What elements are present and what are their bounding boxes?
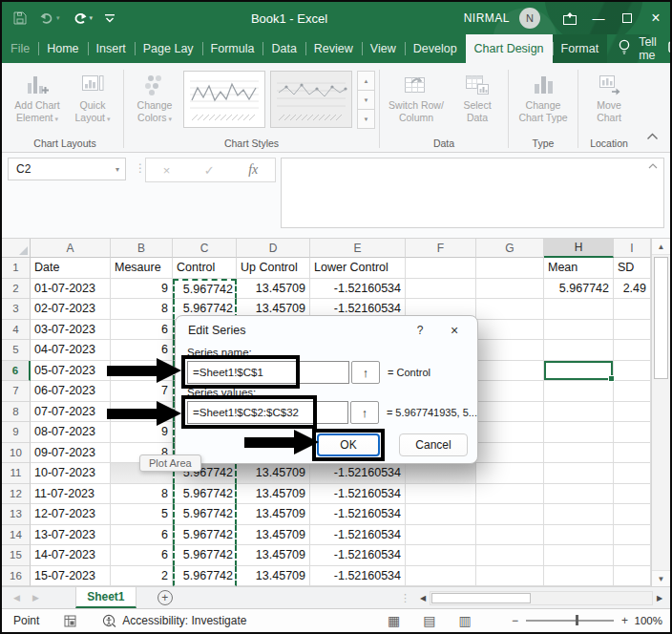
- cell-I14[interactable]: [614, 525, 651, 546]
- cell-F1[interactable]: [406, 258, 476, 279]
- formula-bar-collapse-icon[interactable]: [648, 161, 658, 171]
- switch-row-column-button[interactable]: Switch Row/ Column: [384, 68, 449, 123]
- change-colors-button[interactable]: Change Colors▾: [128, 68, 181, 123]
- redo-button[interactable]: ▾: [73, 12, 94, 25]
- select-all-corner[interactable]: [2, 239, 31, 258]
- row-header-3[interactable]: 3: [2, 299, 31, 320]
- scroll-left-icon[interactable]: ◀: [416, 594, 430, 602]
- cell-A16[interactable]: 15-07-2023: [31, 566, 111, 587]
- cell-E16[interactable]: -1.52160534: [310, 566, 406, 587]
- insert-function-icon[interactable]: fx: [248, 162, 258, 178]
- tab-home[interactable]: Home: [38, 34, 87, 63]
- minimize-button[interactable]: —: [584, 2, 613, 34]
- gallery-scroll-up-icon[interactable]: ▲: [357, 71, 375, 91]
- cell-B12[interactable]: 8: [111, 484, 173, 505]
- cell-H8[interactable]: [544, 402, 614, 423]
- cell-D11[interactable]: 13.45709: [237, 463, 310, 484]
- cell-E13[interactable]: -1.52160534: [310, 504, 406, 525]
- cell-B14[interactable]: 6: [111, 525, 173, 546]
- page-break-view-icon[interactable]: ▥: [458, 613, 471, 628]
- maximize-button[interactable]: [613, 2, 641, 34]
- cell-G14[interactable]: [476, 525, 544, 546]
- zoom-out-button[interactable]: −: [512, 614, 518, 627]
- column-header-I[interactable]: I: [614, 239, 651, 258]
- cell-D13[interactable]: 13.45709: [237, 504, 310, 525]
- cell-H9[interactable]: [544, 422, 614, 443]
- cell-A15[interactable]: 14-07-2023: [31, 545, 111, 566]
- cell-F2[interactable]: [406, 279, 476, 300]
- cell-F12[interactable]: [406, 484, 476, 505]
- name-box-caret-icon[interactable]: ▾: [116, 165, 125, 174]
- zoom-slider[interactable]: [526, 620, 614, 622]
- cell-D12[interactable]: 13.45709: [237, 484, 310, 505]
- cell-H11[interactable]: [544, 463, 614, 484]
- scroll-right-icon[interactable]: ▶: [653, 594, 666, 602]
- cell-I1[interactable]: SD: [614, 258, 651, 279]
- cell-E1[interactable]: Lower Control: [310, 258, 406, 279]
- cell-G13[interactable]: [476, 504, 544, 525]
- vertical-scroll-thumb[interactable]: [654, 257, 668, 379]
- column-header-B[interactable]: B: [111, 239, 173, 258]
- cell-H7[interactable]: [544, 381, 614, 402]
- tab-formula[interactable]: Formula: [202, 34, 263, 63]
- cell-E15[interactable]: -1.52160534: [310, 545, 406, 566]
- zoom-slider-thumb[interactable]: [576, 615, 579, 625]
- gallery-scroll-down-icon[interactable]: ▼: [357, 90, 375, 110]
- change-chart-type-button[interactable]: Change Chart Type: [513, 68, 574, 123]
- horizontal-scrollbar[interactable]: ◀ ▶: [416, 587, 666, 608]
- sheet-nav-left-icon[interactable]: ◀: [13, 593, 20, 602]
- cell-C12[interactable]: 5.967742: [173, 484, 237, 505]
- cell-D1[interactable]: Up Control: [237, 258, 310, 279]
- cell-H3[interactable]: [544, 299, 614, 320]
- close-button[interactable]: ×: [641, 2, 670, 34]
- cell-I2[interactable]: 2.49: [614, 279, 651, 300]
- avatar[interactable]: N: [519, 8, 540, 29]
- cell-B3[interactable]: 8: [111, 299, 173, 320]
- row-header-8[interactable]: 8: [2, 402, 31, 423]
- name-box[interactable]: C2 ▾: [8, 158, 126, 180]
- tab-develop[interactable]: Develop: [405, 34, 466, 63]
- cell-H1[interactable]: Mean: [544, 258, 614, 279]
- cell-G6[interactable]: [476, 361, 544, 382]
- cell-I12[interactable]: [614, 484, 651, 505]
- row-header-16[interactable]: 16: [2, 566, 31, 587]
- tab-data[interactable]: Data: [262, 34, 304, 63]
- cell-F15[interactable]: [406, 545, 476, 566]
- cell-A9[interactable]: 08-07-2023: [31, 422, 111, 443]
- cell-G12[interactable]: [476, 484, 544, 505]
- cell-G5[interactable]: [476, 340, 544, 361]
- cell-H13[interactable]: [544, 504, 614, 525]
- cell-A10[interactable]: 09-07-2023: [31, 443, 111, 464]
- row-header-11[interactable]: 11: [2, 463, 31, 484]
- cell-B13[interactable]: 5: [111, 504, 173, 525]
- cell-I13[interactable]: [614, 504, 651, 525]
- column-header-E[interactable]: E: [310, 239, 406, 258]
- dialog-close-button[interactable]: ×: [444, 323, 465, 338]
- cell-F14[interactable]: [406, 525, 476, 546]
- row-header-14[interactable]: 14: [2, 525, 31, 546]
- series-values-input[interactable]: =Sheet1!$C$2:$C$32: [187, 401, 348, 424]
- move-chart-button[interactable]: Move Chart: [582, 68, 636, 123]
- cell-G8[interactable]: [476, 402, 544, 423]
- sheet-nav-right-icon[interactable]: ▶: [32, 593, 39, 602]
- column-header-A[interactable]: A: [31, 239, 111, 258]
- ok-button[interactable]: OK: [317, 433, 380, 456]
- new-sheet-button[interactable]: +: [158, 590, 173, 605]
- row-header-7[interactable]: 7: [2, 381, 31, 402]
- zoom-level[interactable]: 100%: [635, 615, 662, 626]
- cell-C1[interactable]: Control: [173, 258, 237, 279]
- cell-H6[interactable]: [544, 361, 614, 382]
- cell-B15[interactable]: 6: [111, 545, 173, 566]
- cell-I8[interactable]: [614, 402, 651, 423]
- column-header-G[interactable]: G: [476, 239, 544, 258]
- cell-I6[interactable]: [614, 361, 651, 382]
- cell-H2[interactable]: 5.967742: [544, 279, 614, 300]
- cell-G2[interactable]: [476, 279, 544, 300]
- gallery-more-icon[interactable]: ▼: [357, 109, 375, 129]
- cell-E14[interactable]: -1.52160534: [310, 525, 406, 546]
- row-header-1[interactable]: 1: [2, 258, 31, 279]
- tab-review[interactable]: Review: [305, 34, 362, 63]
- series-name-input[interactable]: =Sheet1!$C$1: [187, 361, 349, 384]
- cell-D15[interactable]: 13.45709: [237, 545, 310, 566]
- select-data-button[interactable]: Select Data: [451, 68, 504, 123]
